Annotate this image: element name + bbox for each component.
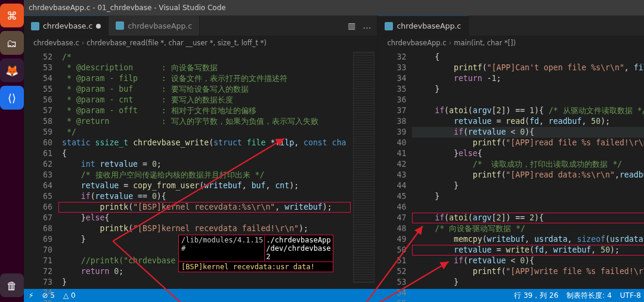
breadcrumb[interactable]: chrdevbase.c › chrdevbase_read(file *, c… bbox=[24, 36, 377, 49]
c-file-icon bbox=[116, 21, 124, 30]
editor-tabs-row: chrdevbase.c chrdevbaseApp.c ▥ … chrdevb… bbox=[24, 15, 644, 36]
ubuntu-dock: ⌘ 🗂 🦊 ⟨⟩ 🗑 bbox=[0, 0, 24, 302]
tab-label: chrdevbase.c bbox=[43, 21, 92, 30]
tab-label: chrdevbaseApp.c bbox=[128, 21, 192, 30]
titlebar: chrdevbaseApp.c - 01_chrdevbase - Visual… bbox=[24, 0, 644, 15]
breadcrumbs-row: chrdevbase.c › chrdevbase_read(file *, c… bbox=[24, 36, 644, 49]
breadcrumb-symbol: chrdevbase_read(file *, char __user *, s… bbox=[86, 39, 267, 47]
dock-files-icon[interactable]: 🗂 bbox=[0, 31, 24, 55]
editors-container: 5253545556575859606162636465666768697071… bbox=[24, 49, 644, 289]
c-file-icon bbox=[385, 22, 393, 30]
editor-right[interactable]: 3233343536373839404142434445464748495051… bbox=[377, 49, 644, 289]
terminal-prompt: /lib/modules/4.1.15 # bbox=[181, 236, 263, 261]
tab-chrdevbaseapp-c-left[interactable]: chrdevbaseApp.c bbox=[109, 15, 200, 36]
breadcrumb-file: chrdevbaseApp.c bbox=[387, 39, 446, 47]
dock-firefox-icon[interactable]: 🦊 bbox=[0, 58, 24, 82]
dock-launcher-icon[interactable]: ⌘ bbox=[0, 4, 24, 27]
status-encoding[interactable]: UTF-8 bbox=[620, 291, 641, 300]
more-actions-icon[interactable]: … bbox=[363, 21, 371, 30]
status-warnings[interactable]: △ 0 bbox=[63, 291, 76, 300]
chevron-right-icon: › bbox=[449, 39, 452, 47]
line-numbers: 3233343536373839404142434445464748495051… bbox=[377, 49, 412, 289]
status-cursor-pos[interactable]: 行 39，列 26 bbox=[514, 291, 558, 301]
code-area[interactable]: { printf("[APP]Can't open file %s\r\n", … bbox=[412, 49, 644, 289]
minimap[interactable] bbox=[351, 49, 377, 289]
dock-trash-icon[interactable]: 🗑 bbox=[0, 273, 24, 297]
vscode-window: chrdevbaseApp.c - 01_chrdevbase - Visual… bbox=[24, 0, 644, 302]
dock-vscode-icon[interactable]: ⟨⟩ bbox=[0, 86, 24, 110]
chevron-right-icon: › bbox=[82, 39, 85, 47]
split-editor-icon[interactable]: ▥ bbox=[348, 21, 355, 30]
tab-chrdevbase-c[interactable]: chrdevbase.c bbox=[24, 15, 109, 36]
tab-label: chrdevbaseApp.c bbox=[397, 21, 461, 30]
terminal-output-annotation: /lib/modules/4.1.15 # ./chrdevbaseApp /d… bbox=[178, 235, 333, 272]
c-file-icon bbox=[31, 22, 39, 30]
status-indent[interactable]: 制表符长度: 4 bbox=[566, 291, 612, 301]
breadcrumb-file: chrdevbase.c bbox=[33, 39, 79, 47]
terminal-command: ./chrdevbaseApp /dev/chrdevbase 2 bbox=[264, 236, 330, 261]
window-title: chrdevbaseApp.c - 01_chrdevbase - Visual… bbox=[29, 4, 226, 12]
statusbar: ⚡ ⊘ 5 △ 0 行 39，列 26 制表符长度: 4 UTF-8 CRLF … bbox=[24, 289, 644, 302]
terminal-output: [BSP]kernel recevdata:usr data! bbox=[178, 262, 333, 272]
dirty-indicator-icon bbox=[96, 24, 101, 29]
breadcrumb-symbol: main(int, char *[]) bbox=[454, 39, 516, 47]
breadcrumb[interactable]: chrdevbaseApp.c › main(int, char *[]) bbox=[377, 36, 644, 49]
line-numbers: 5253545556575859606162636465666768697071… bbox=[24, 49, 58, 289]
tab-chrdevbaseapp-c-right[interactable]: chrdevbaseApp.c bbox=[377, 15, 469, 36]
